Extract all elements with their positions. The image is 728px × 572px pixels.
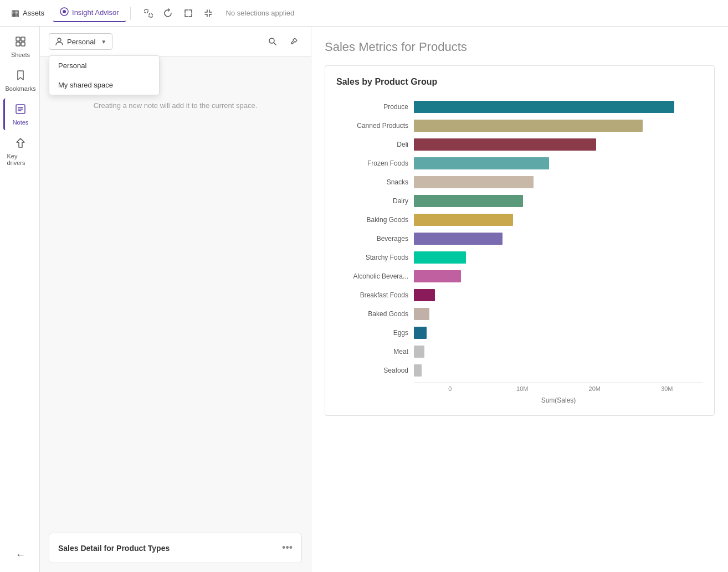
bar-track[interactable] — [414, 214, 703, 226]
search-button[interactable] — [264, 33, 281, 50]
insight-advisor-button[interactable]: Insight Advisor — [53, 4, 126, 22]
bar-track[interactable] — [414, 346, 703, 358]
bar-track[interactable] — [414, 101, 703, 113]
bar-fill — [414, 120, 643, 132]
sidebar-item-notes[interactable]: Notes — [3, 99, 37, 130]
bar-label: Eggs — [336, 329, 414, 337]
assets-label: Assets — [23, 9, 44, 17]
note-title: Sales Detail for Product Types — [58, 544, 170, 553]
x-axis-tick: 0 — [414, 385, 486, 392]
bar-fill — [414, 364, 422, 377]
bar-label: Baking Goods — [336, 216, 414, 224]
pin-button[interactable] — [285, 33, 302, 50]
chart-bar-row: Breakfast Foods — [336, 286, 703, 304]
notes-icon — [14, 103, 27, 117]
chart-bar-row: Eggs — [336, 324, 703, 342]
x-axis-tick: 20M — [558, 385, 631, 392]
key-drivers-icon — [14, 137, 27, 151]
chart-title: Sales by Product Group — [336, 77, 703, 87]
dropdown-personal-option[interactable]: Personal — [49, 56, 159, 75]
bar-track[interactable] — [414, 327, 703, 339]
no-selections-label: No selections applied — [226, 9, 295, 17]
bar-label: Produce — [336, 103, 414, 111]
bar-track[interactable] — [414, 157, 703, 169]
refresh-button[interactable] — [160, 4, 177, 22]
chart-page-title: Sales Metrics for Products — [325, 40, 715, 54]
bookmarks-icon — [14, 69, 27, 83]
bar-fill — [414, 176, 534, 188]
bar-label: Frozen Foods — [336, 159, 414, 167]
bar-track[interactable] — [414, 308, 703, 320]
bar-track[interactable] — [414, 270, 703, 282]
user-icon — [55, 37, 64, 46]
chart-bar-row: Dairy — [336, 192, 703, 210]
bar-label: Seafood — [336, 367, 414, 374]
middle-panel: Personal ▼ Personal — [40, 27, 311, 572]
insight-advisor-label: Insight Advisor — [72, 8, 119, 17]
chart-bar-row: Produce — [336, 98, 703, 116]
chart-bar-row: Baking Goods — [336, 211, 703, 229]
collapse-button[interactable] — [199, 4, 217, 22]
bar-track[interactable] — [414, 289, 703, 301]
chart-bar-row: Frozen Foods — [336, 154, 703, 172]
collapse-sidebar-icon: ← — [16, 549, 25, 561]
sidebar-collapse-button[interactable]: ← — [3, 545, 37, 565]
bar-fill — [414, 251, 466, 264]
svg-line-14 — [274, 43, 276, 45]
bar-track[interactable] — [414, 364, 703, 377]
chart-bar-row: Meat — [336, 343, 703, 360]
svg-point-1 — [63, 10, 66, 13]
selected-space-label: Personal — [67, 38, 95, 46]
space-dropdown[interactable]: Personal ▼ — [49, 33, 112, 50]
search-pin-actions — [264, 33, 302, 50]
bar-fill — [414, 195, 523, 207]
sidebar-icons: Sheets Bookmarks Notes — [0, 27, 40, 572]
bar-fill — [414, 308, 429, 320]
bar-track[interactable] — [414, 233, 703, 245]
sidebar-item-key-drivers[interactable]: Key drivers — [3, 132, 37, 171]
bar-label: Canned Products — [336, 122, 414, 130]
assets-button[interactable]: ▦ Assets — [4, 4, 51, 22]
x-axis-label: Sum(Sales) — [414, 396, 703, 404]
bar-fill — [414, 214, 513, 226]
chart-bar-row: Baked Goods — [336, 305, 703, 323]
sidebar-item-sheets[interactable]: Sheets — [3, 31, 37, 63]
chart-bar-row: Alcoholic Bevera... — [336, 267, 703, 285]
selection-tool-button[interactable] — [140, 4, 157, 22]
bar-fill — [414, 138, 596, 151]
bar-fill — [414, 101, 674, 113]
dropdown-shared-space-option[interactable]: My shared space — [49, 75, 159, 95]
svg-rect-7 — [21, 42, 25, 46]
note-card[interactable]: Sales Detail for Product Types ••• — [49, 533, 302, 563]
svg-rect-5 — [21, 37, 25, 41]
chart-panel: Sales Metrics for Products Sales by Prod… — [311, 27, 728, 572]
sidebar-item-bookmarks[interactable]: Bookmarks — [3, 65, 37, 96]
bookmarks-label: Bookmarks — [5, 85, 35, 92]
bar-track[interactable] — [414, 251, 703, 264]
bar-label: Meat — [336, 348, 414, 355]
bar-fill — [414, 270, 461, 282]
svg-rect-4 — [16, 37, 20, 41]
bar-label: Snacks — [336, 178, 414, 186]
bar-label: Deli — [336, 141, 414, 148]
bar-track[interactable] — [414, 120, 703, 132]
chart-bar-row: Beverages — [336, 230, 703, 248]
bar-label: Dairy — [336, 197, 414, 205]
bar-fill — [414, 327, 427, 339]
bar-track[interactable] — [414, 195, 703, 207]
expand-button[interactable] — [180, 4, 197, 22]
bar-track[interactable] — [414, 176, 703, 188]
divider — [130, 7, 131, 20]
tool-buttons — [140, 4, 217, 22]
chart-bar-row: Seafood — [336, 362, 703, 379]
x-axis-tick: 30M — [631, 385, 704, 392]
svg-point-12 — [58, 38, 61, 42]
note-more-button[interactable]: ••• — [282, 542, 293, 554]
svg-rect-2 — [145, 9, 148, 13]
bar-track[interactable] — [414, 138, 703, 151]
chart-bar-row: Snacks — [336, 173, 703, 191]
bar-label: Breakfast Foods — [336, 291, 414, 299]
bar-label: Beverages — [336, 235, 414, 243]
bar-fill — [414, 289, 435, 301]
svg-rect-6 — [16, 42, 20, 46]
